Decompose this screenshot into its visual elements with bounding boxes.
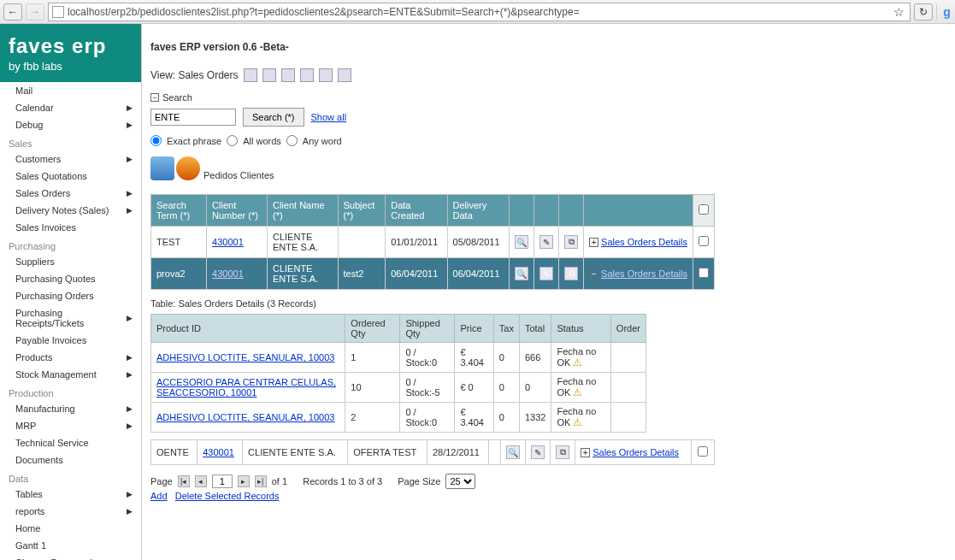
sales-orders-details-link[interactable]: Sales Orders Details — [592, 447, 679, 457]
column-header[interactable]: Delivery Data — [447, 195, 510, 227]
next-page-button[interactable]: ▸ — [238, 475, 250, 487]
sidebar-item[interactable]: Stock Management▶ — [0, 366, 141, 383]
sidebar: faves erp by fbb labs MailCalendar▶Debug… — [0, 24, 142, 560]
forward-button[interactable]: → — [26, 3, 44, 21]
table-row[interactable]: TEST430001CLIENTE ENTE S.A.01/01/201105/… — [151, 227, 715, 258]
sidebar-item[interactable]: Purchasing Receipts/Tickets▶ — [0, 304, 141, 332]
client-number-link[interactable]: 430001 — [212, 268, 244, 279]
sidebar-item[interactable]: Payable Invoices — [0, 332, 141, 349]
column-header[interactable]: Subject (*) — [338, 195, 386, 227]
radio-exact[interactable] — [150, 135, 162, 146]
sidebar-item[interactable]: Sales Invoices — [0, 219, 141, 236]
export-excel-icon[interactable] — [262, 68, 276, 82]
orders-table: Search Term (*)Client Number (*)Client N… — [150, 194, 715, 290]
export-csv-icon[interactable] — [300, 68, 314, 82]
table-row[interactable]: prova2430001CLIENTE ENTE S.A.test206/04/… — [151, 258, 715, 290]
view-icon[interactable]: 🔍 — [515, 235, 528, 249]
search-row: Search (*) Show all — [150, 108, 946, 127]
module-caption: Pedidos Clientes — [203, 170, 274, 180]
content-area: faves ERP version 0.6 -Beta- View: Sales… — [142, 24, 955, 560]
people-icon[interactable] — [176, 156, 200, 180]
column-header[interactable]: Data Created — [386, 195, 447, 227]
show-all-link[interactable]: Show all — [311, 112, 347, 122]
module-icons: Pedidos Clientes — [150, 156, 946, 180]
sales-orders-details-link[interactable]: Sales Orders Details — [601, 237, 687, 247]
column-header[interactable]: Client Number (*) — [207, 195, 268, 227]
records-label: Records 1 to 3 of 3 — [303, 476, 382, 486]
warning-icon: ⚠ — [573, 357, 582, 368]
address-bar[interactable]: localhost/erp2b/pedidosclientes2list.php… — [48, 3, 911, 21]
expand-icon[interactable]: + — [581, 448, 590, 457]
sidebar-item[interactable]: Home — [0, 520, 141, 537]
sidebar-item[interactable]: Suppliers — [0, 253, 141, 270]
copy-icon[interactable]: ⧉ — [564, 267, 578, 280]
sidebar-item[interactable]: Documents — [0, 451, 141, 469]
documents-icon[interactable] — [150, 156, 174, 180]
sidebar-item[interactable]: Purchasing Orders — [0, 287, 141, 304]
edit-icon[interactable]: ✎ — [539, 235, 553, 249]
sidebar-item[interactable]: Sales Quotations — [0, 168, 141, 185]
product-link[interactable]: ADHESIVO LOCTITE, SEANULAR, 10003 — [156, 352, 334, 363]
sidebar-item[interactable]: Gantt 1 — [0, 537, 141, 554]
select-all-checkbox[interactable] — [699, 204, 709, 215]
search-toggle[interactable]: − Search — [150, 92, 946, 103]
page-size-select[interactable]: 25 — [445, 474, 475, 489]
radio-any[interactable] — [286, 135, 298, 146]
add-link[interactable]: Add — [150, 491, 168, 501]
client-number-link[interactable]: 430001 — [203, 447, 234, 457]
sidebar-item[interactable]: Change Password — [0, 554, 141, 560]
sidebar-item[interactable]: Technical Service — [0, 434, 141, 451]
sidebar-item[interactable]: Delivery Notes (Sales)▶ — [0, 202, 141, 219]
search-input[interactable] — [150, 109, 236, 126]
sidebar-item[interactable]: Sales Orders▶ — [0, 185, 141, 202]
row-checkbox[interactable] — [699, 236, 709, 246]
first-page-button[interactable]: |◂ — [178, 475, 190, 487]
row-checkbox[interactable] — [699, 268, 709, 278]
sidebar-item[interactable]: Products▶ — [0, 349, 141, 366]
search-button[interactable]: Search (*) — [243, 108, 304, 127]
copy-icon[interactable]: ⧉ — [556, 445, 569, 459]
reload-button[interactable]: ↻ — [914, 3, 933, 21]
page-input[interactable] — [212, 475, 233, 488]
copy-icon[interactable]: ⧉ — [564, 235, 578, 249]
google-ext-icon[interactable]: g — [936, 4, 952, 20]
radio-all[interactable] — [227, 135, 238, 146]
view-icon[interactable]: 🔍 — [515, 267, 528, 280]
column-header[interactable]: Search Term (*) — [151, 195, 207, 227]
row-checkbox[interactable] — [698, 446, 708, 457]
detail-column-header: Order — [610, 315, 646, 343]
sidebar-item[interactable]: Mail — [0, 82, 141, 99]
edit-icon[interactable]: ✎ — [531, 445, 545, 459]
sidebar-item[interactable]: MRP▶ — [0, 417, 141, 434]
expand-icon[interactable]: − — [589, 269, 598, 279]
export-pdf-icon[interactable] — [338, 68, 351, 82]
warning-icon: ⚠ — [573, 416, 582, 428]
sidebar-item[interactable]: Purchasing Quotes — [0, 270, 141, 287]
bookmark-icon[interactable]: ☆ — [891, 4, 906, 20]
product-link[interactable]: ACCESORIO PARA CENTRAR CELULAS, SEACCESO… — [156, 377, 336, 398]
column-header[interactable]: Client Name (*) — [267, 195, 338, 227]
sidebar-item[interactable]: Customers▶ — [0, 150, 141, 168]
export-xml-icon[interactable] — [319, 68, 333, 82]
sidebar-item[interactable]: Manufacturing▶ — [0, 400, 141, 417]
prev-page-button[interactable]: ◂ — [195, 475, 207, 487]
sidebar-item[interactable]: Debug▶ — [0, 116, 141, 133]
sidebar-item[interactable]: Tables▶ — [0, 486, 141, 503]
export-word-icon[interactable] — [281, 68, 295, 82]
last-page-button[interactable]: ▸| — [255, 475, 267, 487]
table-row[interactable]: OENTE430001CLIENTE ENTE S.A.OFERTA TEST2… — [151, 440, 715, 465]
expand-icon[interactable]: + — [589, 238, 598, 247]
client-number-link[interactable]: 430001 — [212, 237, 244, 247]
detail-table: Product IDOrdered QtyShipped QtyPriceTax… — [150, 314, 646, 433]
back-button[interactable]: ← — [3, 3, 22, 21]
delete-selected-link[interactable]: Delete Selected Records — [175, 491, 280, 501]
view-icon[interactable]: 🔍 — [506, 445, 520, 459]
printer-icon[interactable] — [244, 68, 257, 82]
sidebar-item[interactable]: reports▶ — [0, 503, 141, 520]
sidebar-item[interactable]: Calendar▶ — [0, 99, 141, 116]
page-size-label: Page Size — [398, 476, 440, 486]
sales-orders-details-link[interactable]: Sales Orders Details — [601, 268, 687, 279]
edit-icon[interactable]: ✎ — [539, 267, 553, 280]
product-link[interactable]: ADHESIVO LOCTITE, SEANULAR, 10003 — [156, 412, 334, 422]
detail-row: ADHESIVO LOCTITE, SEANULAR, 1000310 / St… — [151, 343, 646, 373]
